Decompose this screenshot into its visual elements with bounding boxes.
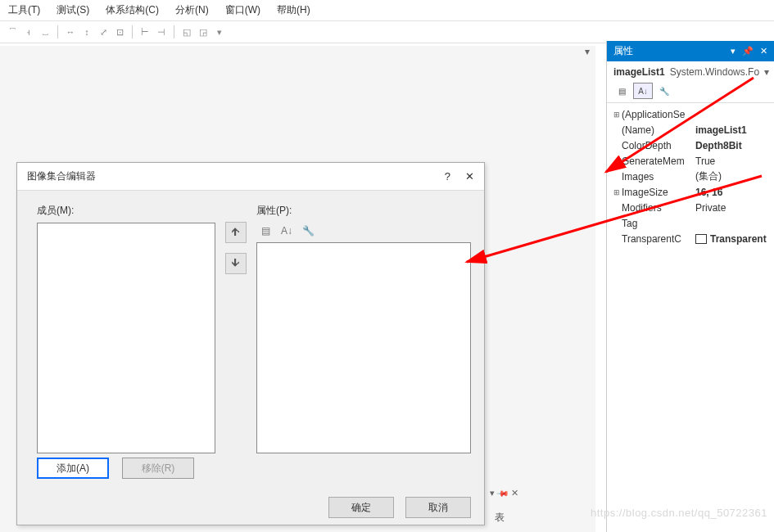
alphabetical-icon[interactable]: A↓ [278, 223, 296, 239]
align-middle-icon[interactable]: ⫞ [21, 25, 36, 39]
prop-row-images[interactable]: Images (集合) [612, 169, 769, 184]
members-list[interactable] [37, 223, 215, 453]
properties-panel-header[interactable]: 属性 ▾ 📌 ✕ [607, 41, 774, 61]
align-right-icon[interactable]: ⊣ [154, 25, 169, 39]
dialog-titlebar[interactable]: 图像集合编辑器 ? ✕ [17, 163, 484, 191]
prop-row-tag[interactable]: Tag [612, 215, 769, 231]
close-icon[interactable]: ✕ [511, 488, 518, 498]
prop-row-modifiers[interactable]: Modifiers Private [612, 200, 769, 215]
prop-row-colordepth[interactable]: ColorDepth Depth8Bit [612, 138, 769, 153]
add-button[interactable]: 添加(A) [37, 458, 109, 479]
distribute-h-icon[interactable]: ↔ [63, 25, 78, 39]
menu-window[interactable]: 窗口(W) [225, 3, 260, 17]
layout-toolbar: ⎴ ⫞ ⎵ ↔ ↕ ⤢ ⊡ ⊢ ⊣ ◱ ◲ ▾ [0, 21, 774, 43]
menu-test[interactable]: 测试(S) [57, 3, 89, 17]
menu-help[interactable]: 帮助(H) [277, 3, 310, 17]
dropdown-icon[interactable]: ▾ [212, 25, 227, 39]
properties-panel: 属性 ▾ 📌 ✕ imageList1 System.Windows.Fo ▾ … [606, 41, 774, 532]
dropdown-icon[interactable]: ▾ [490, 488, 495, 498]
properties-icon[interactable]: 🔧 [654, 83, 674, 99]
menu-bar: 工具(T) 测试(S) 体系结构(C) 分析(N) 窗口(W) 帮助(H) [0, 0, 774, 21]
members-label: 成员(M): [37, 204, 215, 218]
selected-object[interactable]: imageList1 System.Windows.Fo ▾ [607, 61, 774, 79]
cancel-button[interactable]: 取消 [405, 497, 471, 518]
watermark: https://blog.csdn.net/qq_50722361 [591, 507, 767, 519]
close-icon[interactable]: ✕ [760, 46, 767, 56]
prop-row-name[interactable]: (Name) imageList1 [612, 122, 769, 138]
image-collection-editor-dialog: 图像集合编辑器 ? ✕ 成员(M): 🡩 🡫 属性(P): ▤ A↓ 🔧 添加(… [16, 162, 485, 525]
separator [132, 25, 133, 38]
alphabetical-icon[interactable]: A↓ [633, 83, 653, 99]
prop-row-generatemember[interactable]: GenerateMem True [612, 153, 769, 169]
properties-panel-title: 属性 [613, 44, 633, 58]
move-down-button[interactable]: 🡫 [225, 253, 247, 274]
categorized-icon[interactable]: ▤ [612, 83, 631, 99]
selected-object-type: System.Windows.Fo [670, 66, 759, 78]
pin-icon[interactable]: 📌 [496, 486, 509, 499]
selected-object-name: imageList1 [613, 66, 665, 78]
designer-dropdown-icon[interactable]: ▾ [579, 46, 595, 62]
send-back-icon[interactable]: ◱ [179, 25, 194, 39]
bring-front-icon[interactable]: ◲ [196, 25, 210, 39]
color-swatch-icon [695, 234, 707, 244]
menu-tools[interactable]: 工具(T) [8, 3, 40, 17]
distribute-v-icon[interactable]: ↕ [79, 25, 94, 39]
dropdown-icon[interactable]: ▾ [764, 66, 769, 78]
properties-icon[interactable]: 🔧 [299, 223, 317, 239]
menu-structure[interactable]: 体系结构(C) [106, 3, 159, 17]
prop-row-transparentcolor[interactable]: TransparentC Transparent [612, 231, 769, 246]
properties-label: 属性(P): [256, 204, 471, 218]
close-icon[interactable]: ✕ [465, 170, 474, 183]
shrink-icon[interactable]: ⊡ [112, 25, 127, 39]
prop-row-applicationsettings[interactable]: ⊞ (ApplicationSe [612, 106, 769, 122]
pin-icon[interactable]: 📌 [742, 46, 754, 56]
property-grid-empty[interactable] [256, 242, 471, 453]
dialog-title: 图像集合编辑器 [27, 169, 96, 183]
prop-row-imagesize[interactable]: ⊞ ImageSize 16, 16 [612, 184, 769, 200]
remove-button: 移除(R) [122, 458, 194, 479]
separator [57, 25, 58, 38]
align-top-icon[interactable]: ⎴ [5, 25, 20, 39]
align-bottom-icon[interactable]: ⎵ [38, 25, 52, 39]
expand-icon[interactable]: ⤢ [96, 25, 111, 39]
dropdown-icon[interactable]: ▾ [731, 46, 736, 56]
help-icon[interactable]: ? [445, 170, 450, 183]
menu-analyze[interactable]: 分析(N) [175, 3, 209, 17]
move-up-button[interactable]: 🡩 [225, 222, 247, 243]
tool-window-controls: ▾ 📌 ✕ [490, 488, 518, 498]
align-left-icon[interactable]: ⊢ [138, 25, 152, 39]
expand-icon[interactable]: ⊞ [612, 110, 622, 119]
tool-window-label: 表 [495, 511, 505, 525]
categorized-icon[interactable]: ▤ [256, 223, 274, 239]
ok-button[interactable]: 确定 [328, 497, 394, 518]
separator [174, 25, 174, 38]
property-grid[interactable]: ⊞ (ApplicationSe (Name) imageList1 Color… [607, 103, 774, 250]
expand-icon[interactable]: ⊞ [612, 188, 622, 196]
